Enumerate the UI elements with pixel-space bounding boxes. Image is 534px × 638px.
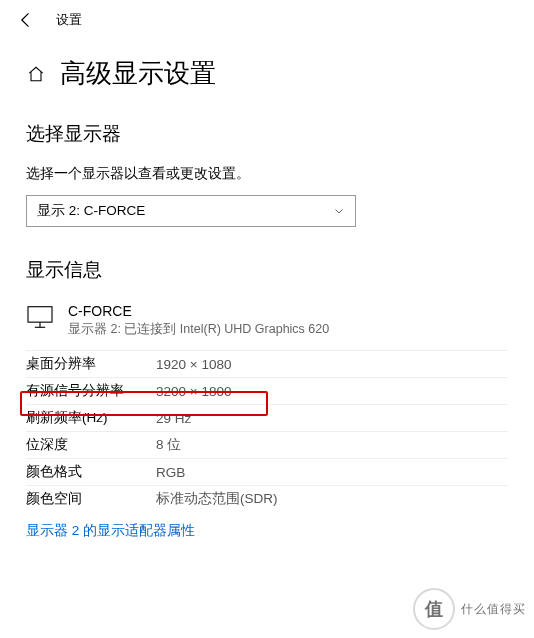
window-title: 设置	[56, 11, 82, 29]
back-icon[interactable]	[16, 10, 36, 30]
prop-value: 29 Hz	[156, 405, 508, 432]
prop-label: 桌面分辨率	[26, 351, 156, 378]
prop-value: RGB	[156, 459, 508, 486]
display-properties-table: 桌面分辨率1920 × 1080 有源信号分辨率3200 × 1800 刷新频率…	[26, 350, 508, 512]
prop-label: 颜色空间	[26, 486, 156, 513]
monitor-icon	[26, 305, 54, 329]
display-selector-value: 显示 2: C-FORCE	[37, 202, 145, 220]
table-row: 颜色格式RGB	[26, 459, 508, 486]
display-adapter-link[interactable]: 显示器 2 的显示适配器属性	[26, 522, 195, 540]
prop-value: 标准动态范围(SDR)	[156, 486, 508, 513]
table-row: 位深度8 位	[26, 432, 508, 459]
table-row: 有源信号分辨率3200 × 1800	[26, 378, 508, 405]
select-display-desc: 选择一个显示器以查看或更改设置。	[26, 165, 508, 183]
prop-label: 颜色格式	[26, 459, 156, 486]
select-display-heading: 选择显示器	[26, 121, 508, 147]
watermark: 值 什么值得买	[413, 588, 526, 630]
table-row: 颜色空间标准动态范围(SDR)	[26, 486, 508, 513]
svg-rect-0	[28, 307, 52, 322]
chevron-down-icon	[333, 205, 345, 217]
prop-label: 刷新频率(Hz)	[26, 405, 156, 432]
home-icon[interactable]	[26, 64, 46, 84]
table-row: 桌面分辨率1920 × 1080	[26, 351, 508, 378]
page-title: 高级显示设置	[60, 56, 216, 91]
prop-label: 有源信号分辨率	[26, 378, 156, 405]
device-connection: 显示器 2: 已连接到 Intel(R) UHD Graphics 620	[68, 321, 329, 338]
prop-label: 位深度	[26, 432, 156, 459]
watermark-text: 什么值得买	[461, 603, 526, 615]
prop-value: 3200 × 1800	[156, 378, 508, 405]
display-info-heading: 显示信息	[26, 257, 508, 283]
display-selector-dropdown[interactable]: 显示 2: C-FORCE	[26, 195, 356, 227]
prop-value: 8 位	[156, 432, 508, 459]
table-row: 刷新频率(Hz)29 Hz	[26, 405, 508, 432]
watermark-icon: 值	[413, 588, 455, 630]
prop-value: 1920 × 1080	[156, 351, 508, 378]
device-name: C-FORCE	[68, 303, 329, 319]
